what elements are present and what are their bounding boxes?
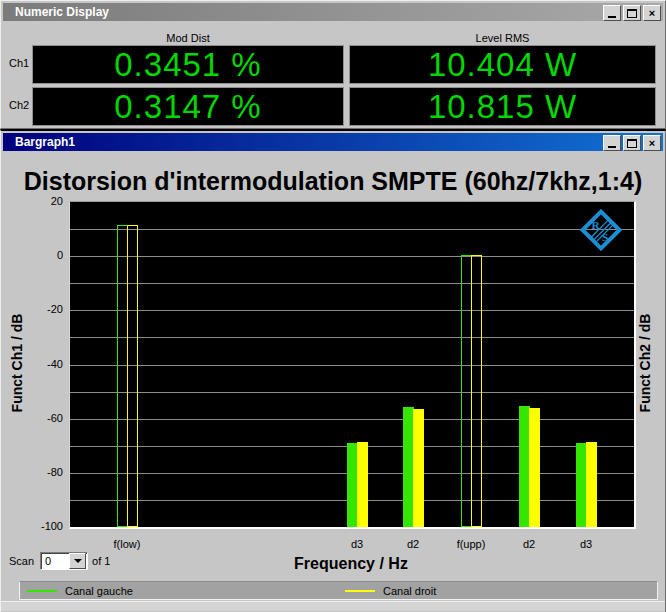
plot-area: R S: [69, 201, 636, 529]
numeric-display-title: Numeric Display: [15, 5, 109, 19]
svg-text:S: S: [602, 231, 608, 243]
x-label-d3: d3: [325, 538, 389, 550]
bar-ch2-f(upp): [471, 255, 482, 527]
y-axis-label-ch1: Funct Ch1 / dB: [9, 303, 25, 423]
bar-ch2-d3: [586, 442, 597, 527]
legend-item-canal-gauche: Canal gauche: [27, 582, 133, 599]
x-label-d2: d2: [381, 538, 445, 550]
bar-ch2-d2: [529, 408, 540, 527]
gridline--10: [70, 283, 634, 284]
x-label-f(low): f(low): [95, 538, 159, 550]
legend-item-canal-droit: Canal droit: [345, 582, 436, 599]
x-label-d3: d3: [554, 538, 618, 550]
chart-legend: Canal gauche Canal droit: [19, 581, 658, 600]
x-label-f(upp): f(upp): [439, 538, 503, 550]
row-label-ch1: Ch1: [9, 57, 29, 69]
numeric-display-titlebar[interactable]: Numeric Display ×: [3, 3, 663, 21]
y-tick-0: 0: [17, 248, 63, 262]
bar-ch2-f(low): [127, 225, 138, 527]
gridline-0: [70, 256, 634, 257]
scan-suffix: of 1: [92, 555, 110, 567]
gridline--30: [70, 337, 634, 338]
value-ch1-mod-dist: 0.3451 %: [32, 45, 344, 84]
y-tick--80: -80: [17, 465, 63, 479]
svg-text:R: R: [591, 219, 600, 231]
close-button[interactable]: ×: [643, 135, 661, 151]
scan-control: Scan 0 of 1: [9, 552, 110, 570]
x-label-d2: d2: [497, 538, 561, 550]
scan-dropdown-value: 0: [41, 555, 69, 567]
column-header-mod-dist: Mod Dist: [32, 32, 344, 44]
minimize-button[interactable]: [603, 135, 621, 151]
legend-label: Canal gauche: [65, 585, 133, 597]
maximize-icon: [627, 9, 637, 18]
minimize-button[interactable]: [603, 5, 621, 21]
legend-label: Canal droit: [383, 585, 436, 597]
bargraph-titlebar[interactable]: Bargraph1 ×: [3, 133, 663, 151]
column-header-level-rms: Level RMS: [349, 32, 656, 44]
minimize-icon: [608, 16, 616, 18]
y-tick--100: -100: [17, 519, 63, 533]
gridline--50: [70, 392, 634, 393]
close-button[interactable]: ×: [643, 5, 661, 21]
window-controls: ×: [603, 5, 661, 21]
gridline--40: [70, 365, 634, 366]
minimize-icon: [608, 146, 616, 148]
gridline--60: [70, 419, 634, 420]
row-label-ch2: Ch2: [9, 99, 29, 111]
window-controls: ×: [603, 135, 661, 151]
chart-title: Distorsion d'intermodulation SMPTE (60hz…: [1, 167, 665, 196]
y-tick-20: 20: [17, 194, 63, 208]
numeric-display-window: Numeric Display × Mod Dist Level RMS Ch1…: [0, 0, 666, 129]
bar-ch2-d2: [413, 409, 424, 527]
bargraph-window: Bargraph1 × Distorsion d'intermodulation…: [0, 129, 666, 612]
value-ch2-level-rms: 10.815 W: [349, 87, 656, 126]
gridline-10: [70, 229, 634, 230]
value-ch1-level-rms: 10.404 W: [349, 45, 656, 84]
close-icon: ×: [649, 8, 655, 19]
maximize-button[interactable]: [623, 135, 641, 151]
legend-line-yellow: [345, 590, 375, 592]
scan-label: Scan: [9, 555, 34, 567]
legend-line-green: [27, 590, 57, 592]
x-axis-title: Frequency / Hz: [69, 555, 633, 573]
chevron-down-icon: [74, 559, 82, 563]
maximize-icon: [627, 139, 637, 148]
analyzer-screen: Numeric Display × Mod Dist Level RMS Ch1…: [0, 0, 666, 612]
scan-dropdown[interactable]: 0: [40, 552, 88, 570]
bar-ch2-d3: [357, 442, 368, 527]
y-axis-label-ch2: Funct Ch2 / dB: [637, 303, 653, 423]
close-icon: ×: [649, 138, 655, 149]
bargraph-title: Bargraph1: [15, 135, 75, 149]
window-bottom-edge: [1, 601, 665, 611]
maximize-button[interactable]: [623, 5, 641, 21]
scan-dropdown-button[interactable]: [69, 553, 86, 569]
rohde-schwarz-logo: R S: [580, 209, 622, 251]
value-ch2-mod-dist: 0.3147 %: [32, 87, 344, 126]
gridline--20: [70, 310, 634, 311]
